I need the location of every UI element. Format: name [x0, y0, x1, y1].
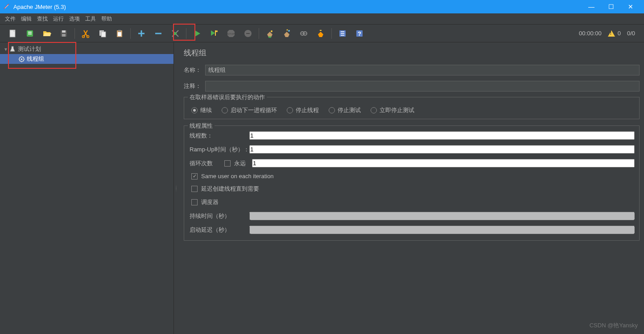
- flask-icon: [9, 46, 16, 53]
- gear-icon: [18, 55, 25, 63]
- clear-icon[interactable]: [263, 26, 277, 41]
- svg-rect-13: [118, 32, 121, 36]
- warning-count: 0: [618, 30, 621, 37]
- templates-icon[interactable]: [23, 26, 37, 41]
- svg-text:?: ?: [358, 30, 361, 37]
- cut-icon[interactable]: [78, 26, 93, 41]
- svg-rect-3: [28, 33, 32, 34]
- name-label: 名称：: [184, 66, 205, 74]
- radio-stop-test[interactable]: 停止测试: [329, 106, 361, 114]
- svg-rect-5: [62, 30, 66, 33]
- toolbar: STOP ? 00:00:00 0 0/0: [0, 25, 644, 42]
- stop-icon[interactable]: STOP: [224, 26, 238, 41]
- minus-icon[interactable]: [151, 26, 165, 41]
- panel-heading: 线程组: [184, 48, 640, 58]
- save-icon[interactable]: [57, 26, 71, 41]
- splitter[interactable]: ⋮⋮⋮: [174, 42, 178, 334]
- tree-test-plan[interactable]: ▼ 测试计划: [0, 44, 173, 54]
- thread-props-fieldset: 线程属性 线程数： Ramp-Up时间（秒）： 循环次数 永远 Same use…: [184, 125, 640, 241]
- name-input[interactable]: [205, 65, 640, 75]
- svg-point-19: [288, 30, 290, 32]
- shutdown-icon[interactable]: [241, 26, 255, 41]
- clear-all-icon[interactable]: [280, 26, 294, 41]
- svg-point-27: [21, 58, 22, 60]
- warning-icon[interactable]: [608, 30, 615, 37]
- help-icon[interactable]: ?: [352, 26, 367, 41]
- duration-input: [249, 212, 635, 220]
- function-helper-icon[interactable]: [335, 26, 350, 41]
- new-icon[interactable]: [6, 26, 20, 41]
- svg-point-15: [216, 30, 218, 32]
- startup-delay-input: [249, 225, 635, 234]
- radio-stop-thread[interactable]: 停止线程: [287, 106, 319, 114]
- menu-file[interactable]: 文件: [4, 14, 17, 24]
- comment-input[interactable]: [205, 81, 640, 92]
- thread-count: 0/0: [627, 30, 635, 37]
- svg-point-8: [87, 35, 89, 38]
- delay-create-checkbox[interactable]: 延迟创建线程直到需要: [190, 185, 635, 193]
- forever-checkbox[interactable]: 永远: [224, 159, 246, 167]
- loop-label: 循环次数: [190, 159, 224, 167]
- radio-stop-test-now[interactable]: 立即停止测试: [371, 106, 414, 114]
- comment-label: 注释：: [184, 82, 205, 90]
- app-icon: [4, 4, 10, 10]
- svg-rect-2: [28, 32, 32, 33]
- content-panel: 线程组 名称： 注释： 在取样器错误后要执行的动作 继续 启动下一进程循环 停止…: [178, 42, 644, 334]
- startup-delay-label: 启动延迟（秒）: [190, 226, 249, 234]
- search-icon[interactable]: [297, 26, 311, 41]
- menu-search[interactable]: 查找: [36, 14, 49, 24]
- maximize-button[interactable]: ☐: [601, 3, 621, 10]
- scheduler-checkbox[interactable]: 调度器: [190, 198, 635, 206]
- svg-point-7: [83, 35, 85, 38]
- collapse-icon[interactable]: ▼: [4, 47, 9, 52]
- toggle-icon[interactable]: [168, 26, 182, 41]
- window-title: Apache JMeter (5.3): [13, 4, 582, 10]
- svg-point-18: [271, 30, 272, 32]
- menu-edit[interactable]: 编辑: [20, 14, 33, 24]
- menu-help[interactable]: 帮助: [100, 14, 113, 24]
- svg-rect-6: [62, 34, 66, 37]
- loop-input[interactable]: [252, 159, 635, 167]
- start-no-pause-icon[interactable]: [207, 26, 221, 41]
- duration-label: 持续时间（秒）: [190, 212, 249, 220]
- threads-label: 线程数：: [190, 132, 249, 140]
- svg-point-14: [174, 32, 177, 35]
- svg-text:STOP: STOP: [227, 33, 235, 35]
- error-action-fieldset: 在取样器错误后要执行的动作 继续 启动下一进程循环 停止线程 停止测试 立即停止…: [184, 97, 640, 119]
- title-bar: Apache JMeter (5.3) — ☐ ✕: [0, 0, 644, 13]
- radio-start-next[interactable]: 启动下一进程循环: [222, 106, 277, 114]
- menu-bar: 文件 编辑 查找 运行 选项 工具 帮助: [0, 13, 644, 25]
- svg-rect-10: [101, 32, 106, 37]
- radio-continue[interactable]: 继续: [191, 106, 212, 114]
- svg-point-20: [287, 29, 288, 30]
- minimize-button[interactable]: —: [582, 3, 601, 10]
- menu-options[interactable]: 选项: [68, 14, 81, 24]
- copy-icon[interactable]: [95, 26, 110, 41]
- paste-icon[interactable]: [112, 26, 127, 41]
- watermark: CSDN @艳Yansky: [590, 321, 638, 330]
- tree-panel: ▼ 测试计划 线程组: [0, 42, 174, 334]
- reset-search-icon[interactable]: [314, 26, 328, 41]
- elapsed-time: 00:00:00: [579, 30, 602, 37]
- svg-rect-12: [118, 30, 121, 31]
- open-icon[interactable]: [40, 26, 54, 41]
- close-button[interactable]: ✕: [621, 3, 640, 10]
- menu-run[interactable]: 运行: [52, 14, 65, 24]
- threads-input[interactable]: [249, 131, 635, 140]
- rampup-input[interactable]: [249, 145, 635, 154]
- rampup-label: Ramp-Up时间（秒）：: [190, 146, 249, 154]
- tree-thread-group[interactable]: 线程组: [0, 54, 173, 64]
- same-user-checkbox[interactable]: Same user on each iteration: [190, 173, 635, 180]
- start-icon[interactable]: [190, 26, 204, 41]
- toolbar-status: 00:00:00 0 0/0: [579, 30, 640, 37]
- menu-tools[interactable]: 工具: [84, 14, 97, 24]
- plus-icon[interactable]: [134, 26, 149, 41]
